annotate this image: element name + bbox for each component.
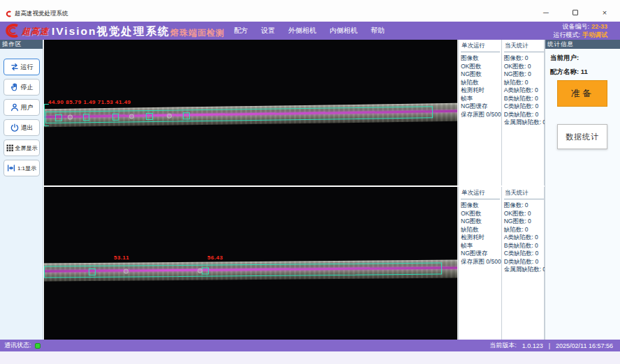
measurement-annotation: 53.11 bbox=[114, 255, 129, 261]
single-run-column: 单次运行 图像数 OK图数 NG图数 缺陷数 检测耗时 帧率 NG图缓存 保存原… bbox=[459, 40, 502, 185]
current-user-row: 当前用户: bbox=[550, 54, 620, 63]
one-to-one-button[interactable]: 1:1显示 bbox=[3, 160, 40, 176]
stat-item: 保存原图 0/500 bbox=[461, 258, 501, 266]
stat-item: A类缺陷数: 0 bbox=[504, 234, 545, 242]
app-logo-icon bbox=[5, 10, 12, 17]
stat-item: 保存原图 0/500 bbox=[461, 111, 501, 119]
detection-box bbox=[146, 113, 153, 120]
device-number-value: 22-33 bbox=[591, 23, 607, 30]
stat-item: C类缺陷数: 0 bbox=[504, 250, 545, 258]
status-bar: 通讯状态: 当前版本: 1.0.123 | 2025/02/11 16:57:5… bbox=[0, 340, 620, 351]
stat-item: B类缺陷数: 0 bbox=[504, 95, 545, 103]
run-mode-label: 运行模式: bbox=[553, 31, 580, 38]
fullscreen-button[interactable]: 全屏显示 bbox=[3, 139, 40, 156]
detection-box bbox=[44, 263, 442, 278]
today-stats-title: 当天统计 bbox=[504, 188, 544, 199]
metal-strip-image bbox=[44, 103, 457, 127]
feature-mark bbox=[167, 114, 172, 119]
stat-item: 金属屑缺陷数: 0 bbox=[504, 119, 545, 127]
detection-box bbox=[55, 114, 62, 121]
edge-bracket-mark bbox=[44, 104, 49, 126]
stat-item: A类缺陷数: 0 bbox=[504, 86, 545, 95]
recipe-name-row: 配方名称: 11 bbox=[550, 68, 620, 77]
stat-item: 帧率 bbox=[461, 95, 501, 103]
stat-item: OK图数 bbox=[461, 63, 501, 71]
stat-item: 缺陷数: 0 bbox=[504, 79, 545, 87]
measurement-annotation: 44.90 85.79 1.49 71.53 41.49 bbox=[48, 99, 131, 105]
window-title: 超高速视觉处理系统 bbox=[15, 10, 68, 18]
info-panel-title: 统计信息 bbox=[545, 40, 620, 49]
device-info: 设备编号:22-33 运行模式:手动调试 bbox=[553, 23, 607, 39]
detection-box bbox=[89, 268, 96, 275]
recipe-name-value: 11 bbox=[581, 68, 588, 75]
stats-panel-inner: 单次运行 图像数 OK图数 NG图数 缺陷数 检测耗时 帧率 NG图缓存 保存原… bbox=[458, 187, 545, 340]
status-separator: | bbox=[549, 342, 550, 349]
user-icon bbox=[10, 103, 20, 112]
stat-item: NG图缓存 bbox=[461, 250, 501, 258]
one-to-one-icon bbox=[6, 163, 16, 173]
stat-item: OK图数 bbox=[461, 210, 501, 218]
prepare-button[interactable]: 准备 bbox=[557, 80, 607, 107]
sidebar-title: 操作区 bbox=[0, 40, 43, 49]
grid-icon bbox=[6, 144, 14, 152]
comm-status-indicator bbox=[35, 343, 40, 349]
menu-item-inner-camera[interactable]: 内侧相机 bbox=[330, 26, 357, 36]
power-icon bbox=[10, 123, 20, 132]
app-subtitle: 熔珠端面检测 bbox=[170, 27, 225, 39]
one-to-one-button-label: 1:1显示 bbox=[17, 165, 36, 172]
today-stats-title: 当天统计 bbox=[504, 41, 544, 52]
status-bar-right: 当前版本: 1.0.123 | 2025/02/11 16:57:56 bbox=[489, 341, 613, 350]
statistics-info-panel: 统计信息 当前用户: 配方名称: 11 准备 数据统计 bbox=[545, 40, 620, 340]
menu-item-settings[interactable]: 设置 bbox=[261, 26, 275, 36]
stop-button[interactable]: 停止 bbox=[3, 79, 40, 96]
maximize-icon[interactable] bbox=[570, 8, 581, 17]
brand-name: 超高速 bbox=[22, 26, 49, 38]
stat-item: 图像数: 0 bbox=[504, 202, 545, 210]
comm-status-label: 通讯状态: bbox=[4, 341, 31, 350]
version-value: 1.0.123 bbox=[522, 342, 543, 349]
feature-mark bbox=[68, 115, 73, 120]
stat-item: C类缺陷数: 0 bbox=[504, 103, 545, 111]
stat-item: D类缺陷数: 0 bbox=[504, 111, 545, 119]
stat-item: NG图数: 0 bbox=[504, 70, 545, 79]
stat-item: OK图数: 0 bbox=[504, 63, 545, 71]
camera-view-outer: 44.90 85.79 1.49 71.53 41.49 bbox=[44, 40, 457, 185]
feature-mark bbox=[129, 114, 134, 119]
stat-item: 检测耗时 bbox=[461, 234, 501, 242]
menu-item-help[interactable]: 帮助 bbox=[371, 26, 385, 36]
menu-item-outer-camera[interactable]: 外侧相机 bbox=[288, 26, 316, 36]
run-button[interactable]: 运行 bbox=[3, 59, 40, 75]
current-user-label: 当前用户: bbox=[550, 54, 579, 61]
user-button[interactable]: 用户 bbox=[3, 99, 40, 116]
data-statistics-button[interactable]: 数据统计 bbox=[557, 124, 607, 149]
brand-logo-icon bbox=[2, 23, 20, 38]
single-run-title: 单次运行 bbox=[461, 188, 500, 199]
stat-item: D类缺陷数: 0 bbox=[504, 258, 545, 266]
menu-item-recipe[interactable]: 配方 bbox=[234, 26, 248, 36]
user-button-label: 用户 bbox=[21, 103, 34, 112]
stat-item: NG图缓存 bbox=[461, 103, 501, 111]
today-stats-column: 当天统计 图像数: 0 OK图数: 0 NG图数: 0 缺陷数: 0 A类缺陷数… bbox=[502, 187, 545, 340]
detection-box bbox=[202, 268, 209, 275]
close-icon[interactable]: × bbox=[599, 8, 610, 17]
stat-item: 帧率 bbox=[461, 242, 501, 250]
stat-item: OK图数: 0 bbox=[504, 210, 545, 218]
app-header: 超高速 IVision视觉处理系统 熔珠端面检测 配方 设置 外侧相机 内侧相机… bbox=[0, 22, 620, 40]
single-run-title: 单次运行 bbox=[461, 41, 500, 52]
exit-button[interactable]: 退出 bbox=[3, 119, 40, 136]
stop-button-label: 停止 bbox=[21, 83, 34, 92]
detection-box bbox=[83, 114, 89, 121]
version-label: 当前版本: bbox=[489, 341, 517, 350]
camera-view-inner: 53.11 56.43 bbox=[44, 187, 457, 340]
stat-item: 图像数 bbox=[461, 202, 501, 210]
app-title: IVision视觉处理系统 bbox=[52, 24, 170, 39]
device-number-label: 设备编号: bbox=[562, 23, 589, 30]
detection-box bbox=[183, 112, 190, 119]
window-controls: ─ × bbox=[540, 8, 610, 17]
stat-item: B类缺陷数: 0 bbox=[504, 242, 545, 250]
measurement-annotation: 56.43 bbox=[207, 255, 223, 261]
stat-item: 检测耗时 bbox=[461, 86, 501, 95]
single-run-column: 单次运行 图像数 OK图数 NG图数 缺陷数 检测耗时 帧率 NG图缓存 保存原… bbox=[459, 187, 502, 340]
stat-item: NG图数 bbox=[461, 70, 501, 79]
minimize-icon[interactable]: ─ bbox=[540, 8, 552, 17]
